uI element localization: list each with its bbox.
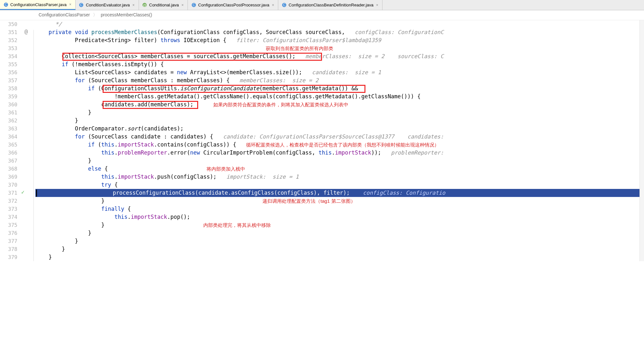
line-number: 376: [0, 229, 17, 237]
code-line[interactable]: }: [35, 253, 639, 261]
line-number: 370: [0, 181, 17, 189]
line-number: 352: [0, 36, 17, 44]
line-number: 373: [0, 205, 17, 213]
code-line[interactable]: List<SourceClass> candidates = new Array…: [35, 68, 639, 76]
tab-label: ConfigurationClassParser.java: [10, 2, 67, 7]
line-number: 372: [0, 197, 17, 205]
code-line[interactable]: }: [35, 229, 639, 237]
code-line[interactable]: this.importStack.push(configClass); impo…: [35, 173, 639, 181]
code-line[interactable]: 获取到当前配置类的所有内部类: [35, 44, 639, 52]
tab-label: Conditional.java: [149, 3, 179, 7]
line-number: 365: [0, 141, 17, 149]
line-number: 379: [0, 253, 17, 261]
line-number: 359: [0, 93, 17, 101]
code-line[interactable]: }: [35, 157, 639, 165]
tab-2[interactable]: @ Conditional.java ×: [139, 0, 188, 10]
line-number: 358: [0, 85, 17, 93]
line-number: 371: [0, 189, 17, 197]
line-number: 378: [0, 245, 17, 253]
code-line[interactable]: } 内部类处理完，将其从栈中移除: [35, 221, 639, 229]
code-line[interactable]: for (SourceClass candidate : candidates)…: [35, 133, 639, 141]
line-number: 357: [0, 76, 17, 85]
code-line[interactable]: */: [35, 20, 639, 28]
svg-text:C: C: [80, 3, 82, 7]
breadcrumb[interactable]: ConfigurationClassParser 〉 processMember…: [0, 10, 644, 20]
line-number: 375: [0, 221, 17, 229]
breakpoint-check-icon[interactable]: ✓: [21, 189, 24, 195]
code-line[interactable]: if (ConfigurationClassUtils.isConfigurat…: [35, 85, 639, 93]
code-line[interactable]: this.problemReporter.error(new CircularI…: [35, 149, 639, 157]
right-gutter: [639, 20, 644, 261]
svg-text:@: @: [143, 3, 146, 7]
code-line[interactable]: if (this.importStack.contains(configClas…: [35, 141, 639, 149]
tab-1[interactable]: C ConditionEvaluator.java ×: [76, 0, 139, 10]
svg-text:C: C: [5, 3, 7, 6]
line-number: 364: [0, 133, 17, 141]
line-number: 355: [0, 60, 17, 68]
close-icon[interactable]: ×: [271, 3, 275, 7]
line-number: 362: [0, 117, 17, 125]
tab-label: ConditionEvaluator.java: [86, 3, 130, 7]
editor-tabs: C ConfigurationClassParser.java × C Cond…: [0, 0, 644, 10]
code-line[interactable]: Predicate<String> filter) throws IOExcep…: [35, 36, 639, 44]
close-icon[interactable]: ×: [69, 2, 72, 7]
code-line[interactable]: try {: [35, 181, 639, 189]
code-line[interactable]: for (SourceClass memberClass : memberCla…: [35, 76, 639, 85]
line-number: 351: [0, 28, 17, 36]
line-number: 354: [0, 52, 17, 60]
code-line[interactable]: candidates.add(memberClass); 如果内部类符合配置类的…: [35, 101, 639, 109]
line-number: 368: [0, 165, 17, 173]
svg-text:C: C: [283, 3, 285, 7]
caret: [36, 190, 37, 197]
line-number: 377: [0, 237, 17, 245]
line-number: 356: [0, 68, 17, 76]
line-number: 350: [0, 20, 17, 28]
code-line[interactable]: }: [35, 117, 639, 125]
java-class-icon: C: [3, 2, 8, 7]
close-icon[interactable]: ×: [375, 3, 379, 7]
code-line[interactable]: OrderComparator.sort(candidates);: [35, 125, 639, 133]
code-line[interactable]: }: [35, 237, 639, 245]
line-number: 366: [0, 149, 17, 157]
java-class-icon: C: [281, 3, 287, 8]
code-line[interactable]: }: [35, 245, 639, 253]
code-line[interactable]: } 递归调用处理配置类方法（tag1 第二张图）: [35, 197, 639, 205]
breadcrumb-class[interactable]: ConfigurationClassParser: [39, 12, 90, 17]
line-number: 353: [0, 44, 17, 52]
line-number: 363: [0, 125, 17, 133]
line-number: 374: [0, 213, 17, 221]
code-area[interactable]: */ private void processMemberClasses(Con…: [35, 20, 639, 261]
java-class-icon: C: [191, 3, 196, 8]
code-editor[interactable]: 3503513523533543553563573583593603613623…: [0, 20, 644, 261]
code-line[interactable]: !memberClass.getMetadata().getClassName(…: [35, 93, 639, 101]
code-line[interactable]: private void processMemberClasses(Config…: [35, 28, 639, 36]
line-number: 360: [0, 101, 17, 109]
line-number: 367: [0, 157, 17, 165]
close-icon[interactable]: ×: [132, 3, 135, 7]
breadcrumb-method[interactable]: processMemberClasses(): [101, 12, 152, 17]
line-number: 369: [0, 173, 17, 181]
code-line[interactable]: if (!memberClasses.isEmpty()) {: [35, 60, 639, 68]
chevron-right-icon: 〉: [93, 12, 97, 17]
tab-label: ConfigurationClassBeanDefinitionReader.j…: [289, 3, 373, 7]
marker-gutter: @ ✓: [20, 20, 35, 261]
code-line[interactable]: }: [35, 109, 639, 117]
svg-text:C: C: [192, 3, 195, 7]
tab-label: ConfigurationClassPostProcessor.java: [198, 3, 269, 7]
code-line[interactable]: Collection<SourceClass> memberClasses = …: [35, 52, 639, 60]
java-annotation-icon: @: [142, 3, 147, 8]
tab-3[interactable]: C ConfigurationClassPostProcessor.java ×: [188, 0, 278, 10]
line-number-gutter: 3503513523533543553563573583593603613623…: [0, 20, 20, 261]
java-class-icon: C: [79, 3, 84, 8]
override-icon[interactable]: @: [24, 28, 28, 35]
tab-0[interactable]: C ConfigurationClassParser.java ×: [0, 0, 76, 10]
code-line[interactable]: processConfigurationClass(candidate.asCo…: [35, 189, 639, 197]
code-line[interactable]: finally {: [35, 205, 639, 213]
close-icon[interactable]: ×: [181, 3, 184, 7]
line-number: 361: [0, 109, 17, 117]
code-line[interactable]: this.importStack.pop();: [35, 213, 639, 221]
tab-4[interactable]: C ConfigurationClassBeanDefinitionReader…: [278, 0, 382, 10]
code-line[interactable]: else { 将内部类加入栈中: [35, 165, 639, 173]
